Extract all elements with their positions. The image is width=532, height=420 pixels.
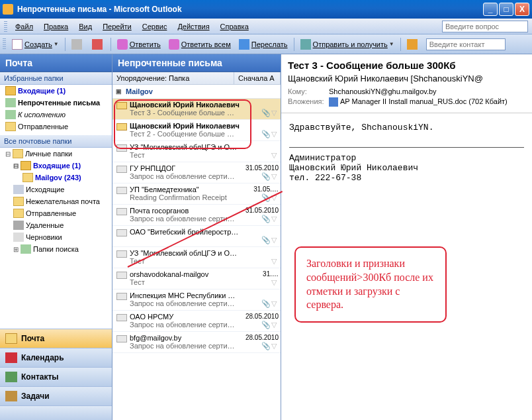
personal-folders[interactable]: ⊟Личные папки [0, 148, 112, 160]
delete-button[interactable] [89, 38, 108, 51]
message-row[interactable]: УЗ "Могилевский облЦГЭ и О…Тест▽ [112, 141, 281, 162]
message-list[interactable]: Mailgov Щановский Юрий НиколаевичТест 3 … [112, 85, 281, 420]
outbox-folder[interactable]: Исходящие [0, 184, 112, 195]
outbox-icon [13, 185, 24, 194]
flag-icon[interactable]: ▽ [269, 278, 279, 287]
sent-folder[interactable]: Отправленные [0, 207, 112, 219]
minimize-button[interactable]: _ [483, 3, 498, 16]
message-row[interactable]: Инспекция МНС Республики …Запрос на обно… [112, 289, 281, 311]
nav-shortcuts[interactable] [0, 405, 112, 420]
sort-by-label[interactable]: Упорядочение: Папка [112, 72, 234, 84]
message-row[interactable]: УЗ "Могилевский облЦГЭ и О…Тест▽ [112, 247, 281, 268]
menu-help[interactable]: Справка [215, 21, 254, 32]
flag-icon[interactable]: ▽ [269, 236, 279, 244]
flag-icon[interactable]: ▽ [269, 299, 279, 308]
reply-all-button[interactable]: Ответить всем [165, 38, 234, 51]
annotation-callout: Заголовки и признаки сообщений>300Кб пос… [294, 246, 447, 323]
inbox-folder[interactable]: ⊟Входящие (1) [0, 160, 112, 172]
message-subject-preview: Запрос на обновление серти… [130, 215, 261, 223]
fav-sent[interactable]: Отправленные [0, 121, 112, 132]
menu-goto[interactable]: Перейти [97, 21, 137, 32]
message-row[interactable]: УП "Белмедтехника"31.05.…Reading Confirm… [112, 184, 281, 205]
new-button[interactable]: Создать▼ [9, 38, 62, 51]
menu-bar: Файл Правка Вид Перейти Сервис Действия … [0, 19, 532, 34]
attachment-icon: 📎 [261, 342, 269, 350]
send-receive-button[interactable]: Отправить и получить▼ [297, 38, 398, 51]
message-from: УЗ "Могилевский облЦГЭ и О… [130, 143, 279, 151]
menu-tools[interactable]: Сервис [137, 21, 173, 32]
menu-edit[interactable]: Правка [38, 21, 73, 32]
flag-icon[interactable]: ▽ [269, 109, 279, 117]
junk-icon [13, 197, 24, 206]
print-button[interactable] [68, 38, 87, 51]
flag-icon[interactable]: ▽ [269, 172, 279, 181]
junk-folder[interactable]: Нежелательная почта [0, 195, 112, 207]
message-row[interactable]: ОАО НРСМУ28.05.2010Запрос на обновление … [112, 311, 281, 332]
flag-icon[interactable]: ▽ [269, 130, 279, 138]
menu-file[interactable]: Файл [10, 21, 38, 32]
attachment-icon: 📎 [261, 236, 269, 244]
contact-search-input[interactable] [426, 38, 506, 50]
sort-bar[interactable]: Упорядочение: Папка Сначала А [112, 72, 281, 85]
tasks-icon [5, 391, 17, 401]
favorites-section: Избранные папки [0, 72, 112, 85]
sort-order[interactable]: Сначала А [234, 72, 281, 84]
window-title: Непрочтенные письма - Microsoft Outlook [17, 5, 483, 14]
message-row[interactable]: bfg@mailgov.by28.05.2010Запрос на обновл… [112, 332, 281, 353]
attachment-icon: 📎 [261, 299, 269, 308]
message-date: 28.05.2010 [245, 313, 279, 321]
reply-button[interactable]: Ответить [114, 38, 164, 51]
mailgov-folder[interactable]: Mailgov (243) [0, 172, 112, 184]
flag-icon[interactable]: ▽ [269, 342, 279, 350]
nav-calendar-button[interactable]: Календарь [0, 348, 112, 367]
message-subject-preview: Тест 3 - Сообщение больше … [130, 109, 261, 117]
nav-contacts-button[interactable]: Контакты [0, 367, 112, 386]
message-signature: Администратор Щановский Юрий Николаевич … [281, 153, 532, 192]
inbox-icon [5, 86, 16, 95]
forward-button[interactable]: Переслать [236, 38, 291, 51]
attachments-label: Вложения: [288, 97, 329, 107]
menu-actions[interactable]: Действия [172, 21, 214, 32]
maximize-button[interactable]: □ [499, 3, 513, 16]
message-list-header: Непрочтенные письма [112, 54, 281, 72]
address-book-button[interactable] [404, 38, 423, 51]
flag-icon[interactable]: ▽ [269, 257, 279, 266]
menu-view[interactable]: Вид [73, 21, 97, 32]
nav-mail-button[interactable]: Почта [0, 329, 112, 348]
message-row[interactable]: Почта госорганов31.05.2010Запрос на обно… [112, 205, 281, 226]
envelope-icon [116, 314, 127, 321]
attachment-icon: 📎 [261, 109, 269, 117]
attachment-icon: 📎 [261, 130, 269, 138]
sent-icon [13, 209, 24, 218]
fav-followup[interactable]: К исполнению [0, 109, 112, 121]
mail-icon [5, 333, 17, 344]
fav-unread[interactable]: Непрочтенные письма [0, 97, 112, 109]
message-from: bfg@mailgov.by [130, 334, 243, 342]
search-folder-icon [5, 110, 16, 119]
forward-icon [239, 39, 249, 50]
message-subject-preview: Тест [130, 151, 269, 160]
flag-icon[interactable]: ▽ [269, 321, 279, 329]
nav-tasks-button[interactable]: Задачи [0, 386, 112, 405]
message-row[interactable]: Щановский Юрий НиколаевичТест 3 - Сообще… [112, 99, 281, 120]
message-row[interactable]: ГУ РНПЦДОГ31.05.2010Запрос на обновление… [112, 162, 281, 184]
flag-icon[interactable]: ▽ [269, 215, 279, 223]
search-folders[interactable]: ⊞Папки поиска [0, 243, 112, 255]
drafts-folder[interactable]: Черновики [0, 231, 112, 243]
message-row[interactable]: Щановский Юрий НиколаевичТест 2 - Сообще… [112, 120, 281, 141]
navigation-pane: Почта Избранные папки Входящие (1) Непро… [0, 54, 112, 420]
attachment-link[interactable]: AP Manager II Install manual_RUS.doc (70… [329, 97, 525, 107]
fav-inbox[interactable]: Входящие (1) [0, 85, 112, 97]
envelope-icon [116, 166, 127, 173]
message-row[interactable]: ОАО "Витебский бройлеростр…📎▽ [112, 226, 281, 247]
flag-icon[interactable]: ▽ [269, 151, 279, 160]
group-header[interactable]: Mailgov [112, 85, 281, 99]
attachment-icon: 📎 [261, 321, 269, 329]
deleted-folder[interactable]: Удаленные [0, 219, 112, 231]
search-folders-icon [21, 244, 31, 254]
close-button[interactable]: X [515, 3, 529, 16]
ask-question-input[interactable] [442, 21, 528, 32]
message-body: Здравствуйте, ShchanouskiYN. [281, 113, 532, 142]
message-row[interactable]: orshavodokanal-mailgov31.…Тест▽ [112, 268, 281, 289]
message-date: 31.05.… [253, 185, 279, 193]
